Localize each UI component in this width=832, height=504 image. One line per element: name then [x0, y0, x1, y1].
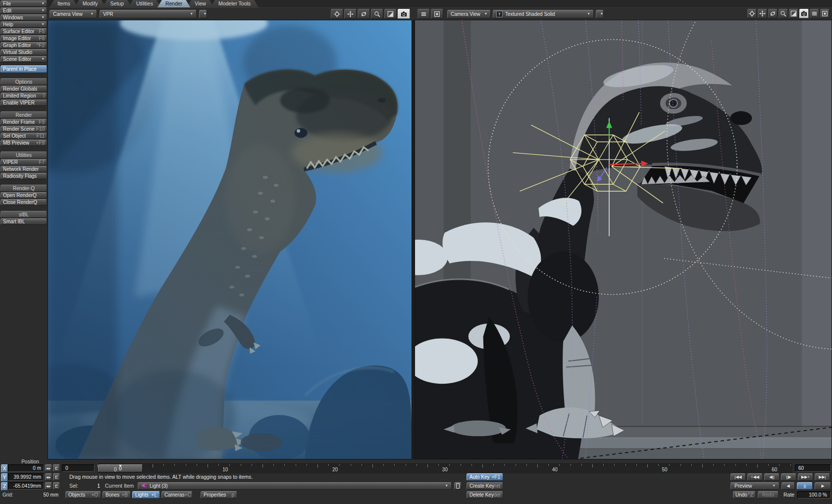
prev-frame-button[interactable]: ◀|| — [764, 473, 780, 481]
tab-modeler-tools[interactable]: Modeler Tools — [210, 0, 259, 7]
timeline-ruler[interactable]: 0 0102030405060 — [98, 463, 792, 473]
sidebar-item-open-renderq[interactable]: Open RenderQ — [0, 192, 47, 199]
timeline-tick-label: 50 — [662, 467, 667, 472]
rotate-view-icon[interactable] — [358, 9, 370, 19]
axis-x-button[interactable]: X — [1, 464, 8, 473]
tab-view[interactable]: View — [187, 0, 214, 7]
right-view-mode-dropdown[interactable]: Camera View ▼ — [447, 10, 491, 18]
camera-mode-icon[interactable] — [799, 9, 809, 18]
zoom-view-icon[interactable] — [779, 9, 788, 18]
stepper-x[interactable]: ◀▶ — [45, 464, 52, 472]
sidebar-item-close-renderq[interactable]: Close RenderQ — [0, 199, 47, 205]
sidebar-item-radiosity-flags[interactable]: Radiosity Flags — [0, 173, 47, 179]
current-frame-field[interactable]: 0 — [62, 464, 95, 472]
sidebar-item-enable-viper[interactable]: Enable VIPER — [0, 100, 47, 106]
sidebar-item-render-scene[interactable]: Render Scene F10 — [0, 126, 47, 132]
menu-help[interactable]: Help ▼ — [0, 21, 47, 28]
undo-button[interactable]: Undo ^Z — [733, 491, 756, 499]
right-shading-mode-dropdown[interactable]: T Textured Shaded Solid ▼ — [493, 10, 594, 18]
right-viewport-options-dropdown[interactable]: ▼ — [596, 10, 604, 18]
go-last-button[interactable]: ▶▶| — [815, 473, 830, 481]
left-view-mode-dropdown[interactable]: Camera View ▼ — [50, 10, 97, 18]
sidebar-item-sel-object[interactable]: Sel Object F11 — [0, 133, 47, 139]
rotate-view-icon[interactable] — [768, 9, 778, 18]
timeline-tick-label: 10 — [222, 467, 228, 472]
timeline-tick-label: 60 — [772, 467, 777, 472]
sidebar-button-group: Surface Editor F5 Image Editor F6 Graph … — [0, 28, 48, 62]
auto-key-button[interactable]: Auto Key +F1 — [467, 473, 503, 481]
chevron-down-icon: ▼ — [87, 12, 94, 16]
status-hint-text: Drag mouse in view to move selected item… — [69, 474, 253, 480]
chevron-down-icon: ▼ — [200, 12, 207, 16]
center-view-icon[interactable] — [331, 9, 343, 19]
menu-windows[interactable]: Windows ▼ — [0, 14, 47, 21]
redo-button[interactable]: Redo — [758, 491, 779, 499]
sidebar-item-surface-editor[interactable]: Surface Editor F5 — [0, 28, 47, 35]
preview-dropdown[interactable]: Preview ▼ — [730, 482, 780, 490]
chevron-down-icon: ▼ — [773, 484, 776, 488]
section-header-sibl: sIBL — [0, 211, 47, 218]
sidebar-item-render-frame[interactable]: Render Frame F9 — [0, 119, 47, 125]
timeline-slider[interactable]: 0 — [98, 464, 143, 472]
prev-key-button[interactable]: +◀◀ — [747, 473, 763, 481]
envelope-x-button[interactable]: E — [53, 464, 60, 472]
sidebar-item-smart-ibl[interactable]: Smart IBL — [0, 218, 47, 225]
viewport-grab-icon[interactable] — [820, 9, 830, 18]
chevron-down-icon: ▼ — [42, 16, 45, 19]
parent-in-place-button[interactable]: Parent in Place — [0, 65, 47, 73]
chevron-down-icon: ▼ — [596, 12, 603, 16]
sidebar-item-limited-region[interactable]: Limited Region l — [0, 93, 47, 99]
sidebar-item-virtual-studio[interactable]: Virtual Studio — [0, 49, 47, 55]
next-frame-button[interactable]: ||▶ — [781, 473, 796, 481]
bottom-control-bar: Position X 0 m ◀▶ E Y 39.9992 mm ◀▶ E Z … — [0, 459, 832, 504]
sidebar-sections: Options Render Globals Limited Region l … — [0, 73, 48, 225]
menu-edit[interactable]: Edit ▼ — [0, 7, 47, 14]
sidebar-item-scene-editor[interactable]: Scene Editor ▼ — [0, 56, 47, 62]
menu-file[interactable]: File ▼ — [0, 0, 47, 7]
viewport-menu-icon[interactable] — [417, 9, 430, 19]
center-view-icon[interactable] — [747, 9, 757, 18]
chevron-down-icon: ▼ — [480, 12, 487, 16]
zoom-view-icon[interactable] — [371, 9, 383, 19]
right-viewport-canvas[interactable] — [415, 20, 832, 459]
left-viewport-options-dropdown[interactable]: ▼ — [199, 10, 207, 18]
section-header-render: Render — [0, 111, 47, 118]
rate-value-field[interactable]: 100.0 % — [797, 491, 831, 499]
chevron-down-icon: ▼ — [186, 12, 193, 16]
left-shading-mode-dropdown[interactable]: VPR ▼ — [100, 10, 197, 18]
go-first-button[interactable]: |◀◀ — [730, 473, 746, 481]
tab-render[interactable]: Render — [157, 0, 190, 7]
sidebar-item-image-editor[interactable]: Image Editor F6 — [0, 35, 47, 42]
textured-shading-icon: T — [496, 11, 503, 17]
main-tab-bar: ItemsModifySetupUtilitiesRenderViewModel… — [48, 0, 832, 7]
viewport-menu-icon[interactable] — [810, 9, 819, 18]
maximize-viewport-icon[interactable] — [789, 9, 798, 18]
left-toolbar: File ▼ Edit ▼ Windows ▼ Help ▼ Surface E… — [0, 0, 48, 504]
camera-mode-icon[interactable] — [398, 9, 410, 19]
sidebar-item-mb-preview[interactable]: MB Preview +F9 — [0, 140, 47, 146]
vpr-render-scene — [48, 20, 412, 459]
rate-label: Rate — [783, 492, 794, 498]
opengl-scene — [415, 20, 832, 459]
tab-utilities[interactable]: Utilities — [128, 0, 161, 7]
pan-view-icon[interactable] — [758, 9, 767, 18]
pan-view-icon[interactable] — [344, 9, 357, 19]
viewport-grab-icon[interactable] — [431, 9, 443, 19]
maximize-viewport-icon[interactable] — [384, 9, 397, 19]
end-frame-field[interactable]: 60 — [795, 464, 831, 472]
position-x-field[interactable]: 0 m — [8, 464, 44, 472]
chevron-down-icon: ▼ — [42, 2, 45, 5]
next-key-button[interactable]: ▶▶+ — [798, 473, 813, 481]
timeline-tick-label: 30 — [442, 467, 448, 472]
left-viewport-icon-row — [331, 9, 443, 19]
sidebar-item-viper[interactable]: VIPER F7 — [0, 159, 47, 165]
sidebar-item-graph-editor[interactable]: Graph Editor ^F2 — [0, 42, 47, 49]
tab-modify[interactable]: Modify — [75, 0, 106, 7]
chevron-down-icon: ▼ — [583, 12, 590, 16]
sidebar-item-render-globals[interactable]: Render Globals — [0, 86, 47, 92]
menu-button-group: File ▼ Edit ▼ Windows ▼ Help ▼ — [0, 0, 48, 28]
tab-items[interactable]: Items — [50, 0, 78, 7]
left-viewport-canvas[interactable] — [48, 20, 412, 459]
sidebar-item-network-render[interactable]: Network Render — [0, 166, 47, 172]
tab-setup[interactable]: Setup — [103, 0, 132, 7]
